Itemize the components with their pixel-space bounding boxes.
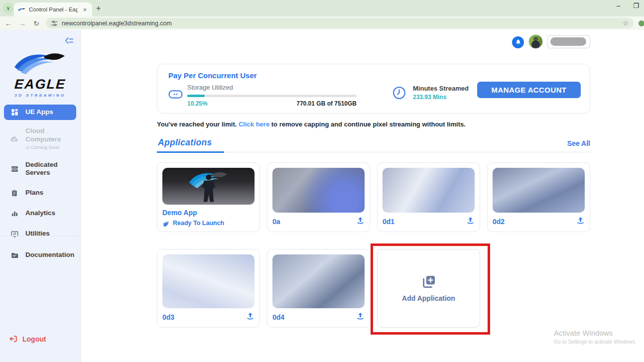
app-name: 0d3 <box>162 313 174 321</box>
app-thumbnail <box>162 168 255 205</box>
logout-label: Logout <box>22 335 46 343</box>
app-thumbnail <box>383 168 475 213</box>
app-thumbnail <box>493 168 585 213</box>
sidebar-item-utilities[interactable]: Utilities <box>4 226 76 241</box>
applications-heading[interactable]: Applications <box>157 137 224 153</box>
browser-toolbar: ← → ↻ newcontrolpanel.eagle3dstreaming.c… <box>0 16 644 30</box>
applications-grid: Demo App Ready To Launch 0a <box>157 162 590 328</box>
sidebar: EAGLE 3D STREAMING UE Apps <box>0 30 81 362</box>
storage-percent: 10.25% <box>187 100 208 107</box>
logout-button[interactable]: Logout <box>9 335 46 343</box>
window-restore-button[interactable]: ❐ <box>633 2 639 9</box>
app-thumbnail <box>162 254 255 308</box>
app-thumbnail <box>272 168 365 213</box>
app-name: 0d2 <box>493 218 505 226</box>
account-name-box[interactable] <box>547 35 590 48</box>
storage-detail: 770.01 GB of 7510GB <box>296 100 357 107</box>
sidebar-item-label: Analytics <box>25 209 55 218</box>
sidebar-item-label: Plans <box>25 189 43 197</box>
sidebar-item-cloud-computers: Cloud Computers ◷ Coming Soon <box>4 123 76 154</box>
window-minimize-button[interactable]: – <box>617 2 620 9</box>
clock-icon <box>392 86 406 100</box>
sidebar-item-analytics[interactable]: Analytics <box>4 206 76 221</box>
folder-icon <box>10 251 19 259</box>
sidebar-collapse-icon[interactable] <box>65 37 74 46</box>
sidebar-item-documentation[interactable]: Documentation <box>4 247 76 263</box>
see-all-link[interactable]: See All <box>567 139 590 152</box>
sidebar-item-ue-apps[interactable]: UE Apps <box>4 105 76 120</box>
app-name: Demo App <box>162 209 197 217</box>
redacted-username <box>550 37 586 46</box>
clipboard-icon <box>10 189 19 197</box>
eagle-logo: EAGLE 3D STREAMING <box>0 51 80 98</box>
app-card-0d1[interactable]: 0d1 <box>377 162 480 232</box>
monitor-icon <box>10 230 19 238</box>
browser-tabstrip: ∨ Control Panel - Eagle × + – ❐ <box>0 0 644 16</box>
main-content: Pay Per Concurrent User Storage Utilized <box>81 30 644 362</box>
watermark-line1: Activate Windows <box>554 329 637 337</box>
watermark-line2: Go to Settings to activate Windows. <box>554 339 637 345</box>
app-status: Ready To Launch <box>173 220 224 227</box>
grid-icon <box>10 109 19 116</box>
upload-icon[interactable] <box>466 217 475 227</box>
tab-search-chevron-icon[interactable]: ∨ <box>3 3 13 13</box>
app-card-0d2[interactable]: 0d2 <box>487 162 590 232</box>
sidebar-item-label: UE Apps <box>25 108 53 117</box>
app-card-demo[interactable]: Demo App Ready To Launch <box>157 162 260 232</box>
upload-icon[interactable] <box>356 312 365 322</box>
app-name: 0d1 <box>383 218 394 226</box>
logout-icon <box>9 335 17 343</box>
upload-icon[interactable] <box>356 217 365 227</box>
add-application-card[interactable]: Add Application <box>377 249 480 328</box>
reload-button[interactable]: ↻ <box>32 19 41 27</box>
browser-tab[interactable]: Control Panel - Eagle × <box>14 2 92 16</box>
logo-title: EAGLE <box>0 77 81 92</box>
remove-capping-link[interactable]: Click here <box>239 121 269 128</box>
character-silhouette <box>198 173 219 204</box>
new-tab-button[interactable]: + <box>96 4 101 13</box>
back-button[interactable]: ← <box>4 19 13 27</box>
url-bar[interactable]: newcontrolpanel.eagle3dstreaming.com ☆ <box>46 18 634 28</box>
sidebar-item-dedicated-servers[interactable]: Dedicated Servers <box>4 157 74 181</box>
sidebar-item-label: Utilities <box>25 230 50 238</box>
coming-soon-badge: ◷ Coming Soon <box>25 144 73 150</box>
sidebar-item-label: Documentation <box>25 251 74 259</box>
tab-title: Control Panel - Eagle <box>29 6 78 12</box>
app-card-0d3[interactable]: 0d3 <box>157 249 260 328</box>
sidebar-item-label: Dedicated Servers <box>25 161 71 178</box>
tab-close-icon[interactable]: × <box>81 6 88 13</box>
forward-button[interactable]: → <box>18 19 27 27</box>
app-thumbnail <box>272 254 365 308</box>
activate-windows-watermark: Activate Windows Go to Settings to activ… <box>554 329 637 345</box>
site-settings-tune-icon[interactable] <box>51 20 58 27</box>
storage-icon <box>168 90 183 107</box>
eagle-swoosh-icon <box>12 51 68 76</box>
cloud-icon <box>10 135 19 142</box>
limit-notice-text-2: to remove capping and continue pixel str… <box>271 121 466 128</box>
user-avatar[interactable] <box>528 34 543 49</box>
app-card-0a[interactable]: 0a <box>267 162 370 232</box>
minutes-streamed-label: Minutes Streamed <box>413 85 469 92</box>
bell-icon <box>515 39 521 45</box>
browser-profile-icon[interactable] <box>639 20 644 26</box>
notifications-button[interactable] <box>512 36 524 48</box>
logo-subtitle: 3D STREAMING <box>0 93 80 98</box>
bar-chart-icon <box>10 210 19 217</box>
eagle-favicon-icon <box>18 7 25 12</box>
url-text[interactable]: newcontrolpanel.eagle3dstreaming.com <box>62 20 619 27</box>
sidebar-item-plans[interactable]: Plans <box>4 185 76 201</box>
bookmark-star-icon[interactable]: ☆ <box>623 19 629 27</box>
storage-progress-fill <box>187 95 205 97</box>
sidebar-item-label: Cloud Computers <box>25 127 61 143</box>
usage-summary-card: Pay Per Concurrent User Storage Utilized <box>157 64 590 114</box>
app-name: 0d4 <box>272 313 284 321</box>
upload-icon[interactable] <box>576 217 585 227</box>
limit-notice-text: You've reached your limit. <box>157 121 237 128</box>
manage-account-button[interactable]: MANAGE ACCOUNT <box>477 82 581 98</box>
app-name: 0a <box>272 218 280 226</box>
add-application-icon <box>421 274 436 289</box>
storage-label: Storage Utilized <box>187 84 357 91</box>
upload-icon[interactable] <box>246 312 255 322</box>
app-card-0d4[interactable]: 0d4 <box>267 249 370 328</box>
server-icon <box>10 165 19 173</box>
